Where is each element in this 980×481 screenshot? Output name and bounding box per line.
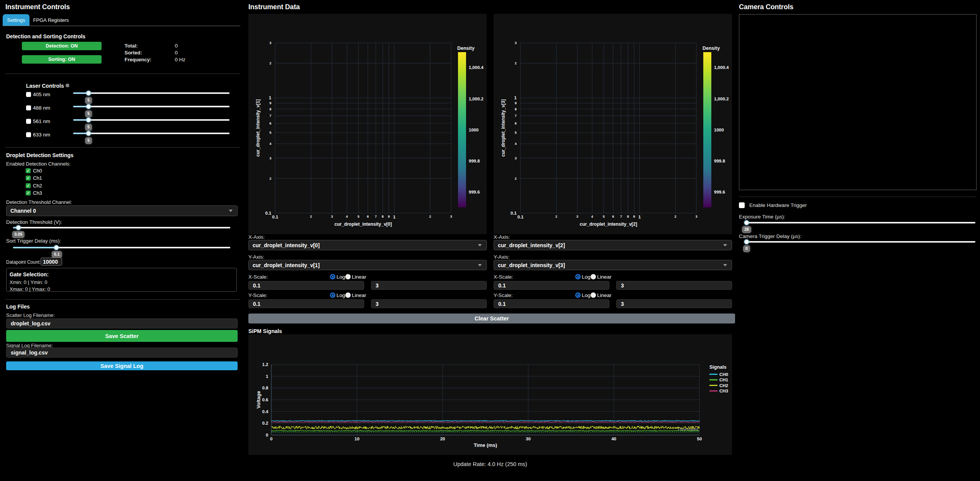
svg-text:2: 2 [515,177,517,181]
laser-405-checkbox[interactable] [26,92,31,97]
y-scale-linear-radio-2[interactable] [591,292,596,298]
slider-rail[interactable] [745,222,975,223]
sorting-toggle-button[interactable]: Sorting: ON [22,55,102,64]
tab-settings[interactable]: Settings [3,14,30,26]
y-scale-log-label-2: Log [582,292,591,298]
x-axis-select-2[interactable]: cur_droplet_intensity_v[2] [494,240,732,250]
laser-633-slider[interactable] [73,131,230,136]
x-axis-label-1: X-Axis: [248,234,265,240]
y-axis-value-1: cur_droplet_intensity_v[1] [253,262,320,268]
slider-handle[interactable] [86,91,91,96]
y-min-input-2[interactable]: 0.1 [494,299,609,308]
slider-rail[interactable] [745,241,975,243]
svg-text:3: 3 [515,41,517,45]
signal-log-filename-input[interactable]: signal_log.csv [6,348,238,358]
svg-text:20: 20 [440,437,445,441]
slider-rail[interactable] [73,119,230,121]
channel-ch1-checkbox[interactable] [26,176,31,181]
y-max-input-2[interactable]: 3 [616,299,732,308]
channel-ch2-checkbox[interactable] [26,183,31,188]
x-axis-label-2: X-Axis: [494,234,510,240]
channel-ch3-checkbox[interactable] [26,190,31,195]
laser-633-checkbox[interactable] [26,132,31,137]
svg-text:2: 2 [555,215,557,218]
x-min-input-2[interactable]: 0.1 [494,281,609,290]
gate-selection-min: Xmin: 0 | Ymin: 0 [10,279,48,285]
y-scale-linear-radio-1[interactable] [345,292,351,298]
x-max-input-2[interactable]: 3 [616,281,732,290]
y-axis-select-1[interactable]: cur_droplet_intensity_v[1] [248,260,487,270]
svg-text:4: 4 [346,215,348,218]
exposure-time-label: Exposure Time (µs): [739,214,785,220]
x-max-input-1[interactable]: 3 [371,281,487,290]
svg-text:0: 0 [270,437,272,441]
camera-image-view [739,14,977,190]
enable-hardware-trigger-checkbox[interactable] [739,202,745,208]
slider-handle[interactable] [744,240,749,245]
stat-sorted-label: Sorted: [125,50,142,56]
svg-text:40: 40 [611,437,616,441]
laser-controls-heading: Laser Controls [26,83,64,89]
svg-text:6: 6 [367,215,369,218]
slider-rail[interactable] [73,106,230,107]
laser-633-value-tooltip: 5 [85,137,92,144]
x-scale-log-radio-2[interactable] [575,274,581,279]
clear-scatter-button[interactable]: Clear Scatter [248,314,735,323]
exposure-time-slider[interactable] [745,220,975,225]
slider-handle[interactable] [744,220,749,225]
scatter-plot-2[interactable]: 223344556677889922330.10.111cur_droplet_… [494,14,732,234]
scatter-log-filename-input[interactable]: droplet_log.csv [6,318,238,328]
sipm-signals-plot[interactable]: 0102030405000.20.40.60.811.2Time (ms)Vol… [248,334,732,455]
laser-488-checkbox[interactable] [26,105,31,110]
x-axis-select-1[interactable]: cur_droplet_intensity_v[0] [248,240,487,250]
save-scatter-button[interactable]: Save Scatter [6,330,238,342]
y-min-input-1[interactable]: 0.1 [248,299,364,308]
slider-handle[interactable] [86,131,91,136]
y-scale-log-radio-1[interactable] [330,292,335,298]
slider-rail[interactable] [73,92,230,94]
laser-633-label: 633 nm [33,132,50,138]
x-max-value-1: 3 [376,282,379,289]
dropdown-caret-icon [229,210,233,212]
y-scale-log-radio-2[interactable] [575,292,581,298]
svg-text:0.1: 0.1 [272,215,279,219]
x-min-input-1[interactable]: 0.1 [248,281,364,290]
slider-handle[interactable] [54,245,59,250]
svg-text:CH0: CH0 [719,372,728,377]
slider-rail[interactable] [13,227,230,228]
sort-trigger-delay-slider[interactable] [13,245,230,250]
laser-405-slider[interactable] [73,90,230,96]
channel-ch1-label: Ch1 [33,175,42,181]
camera-trigger-delay-slider[interactable] [745,239,975,245]
detection-threshold-slider[interactable] [13,225,230,230]
gate-selection-box: Gate Selection: Xmin: 0 | Ymin: 0 Xmax: … [6,268,237,292]
scatter-plot-1[interactable]: 223344556677889922330.10.111cur_droplet_… [248,14,487,234]
detection-toggle-button[interactable]: Detection: ON [22,42,102,50]
laser-488-slider[interactable] [73,104,230,109]
camera-trigger-delay-value-tooltip: 0 [743,245,750,252]
datapoint-count-input[interactable]: 10000 [41,258,62,266]
svg-text:1: 1 [639,215,641,219]
channel-ch0-checkbox[interactable] [26,168,31,173]
svg-text:6: 6 [612,215,614,218]
y-scale-linear-label-2: Linear [597,292,612,298]
x-scale-linear-radio-1[interactable] [345,274,351,279]
laser-561-checkbox[interactable] [26,119,31,124]
y-max-value-1: 3 [376,301,379,307]
svg-text:999.8: 999.8 [469,159,480,163]
slider-handle[interactable] [16,225,21,230]
tab-fpga-registers[interactable]: FPGA Registers [30,14,72,26]
y-max-input-1[interactable]: 3 [371,299,487,308]
laser-561-slider[interactable] [73,117,230,123]
y-axis-select-2[interactable]: cur_droplet_intensity_v[3] [494,260,732,270]
svg-text:8: 8 [627,215,629,218]
threshold-channel-select[interactable]: Channel 0 [6,205,238,216]
svg-text:3: 3 [450,215,452,218]
slider-handle[interactable] [86,104,91,109]
slider-rail[interactable] [73,133,230,134]
x-scale-linear-radio-2[interactable] [591,274,596,279]
save-signal-log-button[interactable]: Save Signal Log [6,361,238,370]
x-scale-log-radio-1[interactable] [330,274,335,279]
slider-handle[interactable] [86,118,91,123]
svg-text:3: 3 [269,156,271,160]
